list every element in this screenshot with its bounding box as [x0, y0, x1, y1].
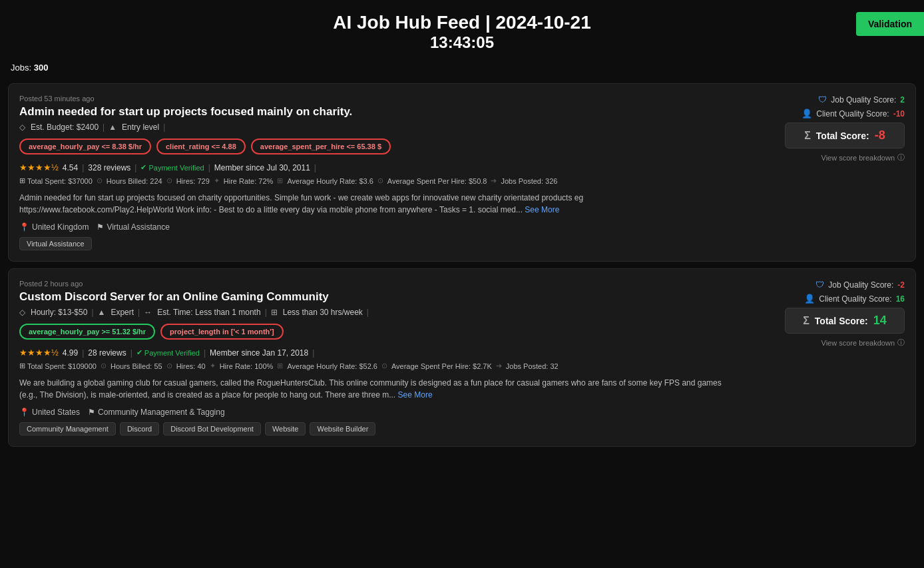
- header: AI Job Hub Feed | 2024-10-21 13:43:05 Va…: [0, 0, 924, 59]
- sigma-icon: Σ: [804, 130, 811, 142]
- level-icon: ▲: [98, 308, 106, 317]
- hire-rate: Hire Rate: 100%: [220, 362, 274, 370]
- jobs-count-label: Jobs:: [11, 63, 31, 73]
- sigma-icon: Σ: [803, 315, 809, 327]
- hourly-icon: ◇: [19, 308, 25, 317]
- avg-hourly-rate: Average Hourly Rate: $3.6: [287, 177, 373, 185]
- payment-verified: ✔ Payment Verified: [136, 348, 200, 357]
- job-quality-value: 2: [900, 95, 905, 105]
- jobs-count-row: Jobs: 300: [0, 59, 924, 77]
- avg-spent-per-hire: Average Spent Per Hire: $50.8: [387, 177, 487, 185]
- rating-value: 4.99: [63, 348, 78, 358]
- job-level: Expert: [111, 308, 134, 317]
- see-more-link[interactable]: See More: [525, 205, 559, 214]
- tag: Community Management: [19, 422, 116, 435]
- info-icon: ⓘ: [897, 152, 905, 162]
- hours-billed: Hours Billed: 55: [111, 362, 162, 370]
- info-icon: ⓘ: [897, 338, 905, 348]
- total-score-label: Total Score:: [815, 316, 868, 326]
- spent-icon: ⊞: [19, 176, 25, 185]
- stars-row: ★★★★½ 4.99 | 28 reviews | ✔ Payment Veri…: [19, 348, 734, 358]
- rating-value: 4.54: [63, 163, 78, 172]
- tag: Discord Bot Development: [163, 422, 261, 435]
- time-icon: ↔: [144, 308, 152, 317]
- page-subtitle: 13:43:05: [0, 33, 924, 52]
- reviews-count: 28 reviews: [88, 348, 126, 358]
- location-row: 📍 United Kingdom ⚑ Virtual Assistance: [19, 222, 734, 232]
- view-score-breakdown[interactable]: View score breakdown ⓘ: [821, 152, 905, 162]
- avg-hourly-rate: Average Hourly Rate: $52.6: [287, 362, 377, 370]
- total-score-value: 14: [873, 314, 887, 328]
- category-icon: ⚑: [97, 222, 104, 232]
- hire-rate: Hire Rate: 72%: [224, 177, 274, 185]
- see-more-link[interactable]: See More: [398, 390, 433, 400]
- badges-row: average_hourly_pay >= 51.32 $/hrproject_…: [19, 324, 734, 340]
- job-description: Admin needed for fun start up projects f…: [19, 192, 734, 216]
- jobs-posted: Jobs Posted: 326: [501, 177, 557, 185]
- budget-icon: ◇: [19, 123, 25, 132]
- job-quality-label: Job Quality Score:: [828, 280, 893, 290]
- payment-verified: ✔ Payment Verified: [140, 163, 204, 172]
- job-hourly: Hourly: $13-$50: [31, 308, 87, 317]
- location: 📍 United Kingdom: [19, 222, 89, 232]
- client-quality-score-row: 👤 Client Quality Score: 16: [804, 294, 905, 304]
- shield-icon: 🛡: [815, 280, 824, 290]
- job-cards-container: Posted 53 minutes ago Admin needed for s…: [0, 83, 924, 447]
- location-pin-icon: 📍: [19, 408, 29, 417]
- hires: Hires: 729: [176, 177, 210, 185]
- job-quality-score-row: 🛡 Job Quality Score: -2: [815, 280, 905, 290]
- tag: Website Builder: [310, 422, 375, 435]
- filter-badge: client_rating <= 4.88: [156, 139, 246, 154]
- spent-icon: ⊞: [19, 362, 25, 370]
- job-title[interactable]: Custom Discord Server for an Online Gami…: [19, 290, 734, 304]
- star-rating-display: ★★★★½: [19, 348, 59, 358]
- job-budget: Est. Budget: $2400: [31, 123, 99, 132]
- filter-badge: project_length in ['< 1 month']: [160, 324, 284, 340]
- total-score-box: Σ Total Score: 14: [785, 308, 905, 334]
- stars-row: ★★★★½ 4.54 | 328 reviews | ✔ Payment Ver…: [19, 162, 734, 172]
- badges-row: average_hourly_pay <= 8.38 $/hrclient_ra…: [19, 139, 734, 154]
- stats-row: ⊞ Total Spent: $109000 ⊙ Hours Billed: 5…: [19, 362, 734, 370]
- hours-icon: ⊞: [271, 308, 278, 317]
- total-score-box: Σ Total Score: -8: [785, 123, 905, 148]
- job-hours-week: Less than 30 hrs/week: [283, 308, 363, 317]
- validation-button[interactable]: Validation: [856, 12, 924, 36]
- checkmark-icon: ✔: [136, 348, 142, 357]
- tag: Virtual Assistance: [19, 237, 92, 250]
- job-quality-score-row: 🛡 Job Quality Score: 2: [818, 95, 905, 105]
- level-icon: ▲: [109, 123, 116, 132]
- category: ⚑ Virtual Assistance: [97, 222, 170, 232]
- reviews-count: 328 reviews: [88, 163, 130, 172]
- breakdown-text: View score breakdown: [821, 154, 895, 162]
- filter-badge: average_hourly_pay >= 51.32 $/hr: [19, 324, 155, 340]
- tags-row: Community ManagementDiscordDiscord Bot D…: [19, 422, 734, 435]
- job-main: Posted 2 hours ago Custom Discord Server…: [19, 280, 734, 435]
- job-meta: ◇ Est. Budget: $2400 | ▲ Entry level |: [19, 123, 734, 132]
- category-icon: ⚑: [88, 408, 95, 417]
- client-quality-label: Client Quality Score:: [819, 294, 891, 304]
- jobs-count-value: 300: [34, 63, 49, 73]
- hires: Hires: 40: [176, 362, 206, 370]
- total-spent: ⊞ Total Spent: $37000: [19, 176, 93, 185]
- job-card: Posted 53 minutes ago Admin needed for s…: [8, 83, 916, 262]
- breakdown-text: View score breakdown: [821, 339, 895, 347]
- job-quality-value: -2: [897, 280, 905, 290]
- job-title[interactable]: Admin needed for start up projects focus…: [19, 105, 734, 119]
- avg-spent-per-hire: Average Spent Per Hire: $2.7K: [391, 362, 492, 370]
- client-quality-value: 16: [896, 294, 905, 304]
- person-icon: 👤: [804, 294, 815, 304]
- location: 📍 United States: [19, 408, 80, 417]
- posted-time: Posted 2 hours ago: [19, 280, 734, 288]
- total-spent: ⊞ Total Spent: $109000: [19, 362, 97, 370]
- shield-icon: 🛡: [818, 95, 827, 105]
- job-est-time: Est. Time: Less than 1 month: [157, 308, 260, 317]
- member-since: Member since Jul 30, 2011: [214, 163, 310, 172]
- person-icon: 👤: [802, 109, 812, 119]
- posted-time: Posted 53 minutes ago: [19, 95, 734, 103]
- view-score-breakdown[interactable]: View score breakdown ⓘ: [821, 338, 905, 348]
- filter-badge: average_spent_per_hire <= 65.38 $: [251, 139, 391, 154]
- stats-row: ⊞ Total Spent: $37000 ⊙ Hours Billed: 22…: [19, 176, 734, 185]
- job-score-panel: 🛡 Job Quality Score: 2 👤 Client Quality …: [745, 95, 905, 250]
- job-description: We are building a global gaming club for…: [19, 377, 734, 401]
- tag: Website: [265, 422, 306, 435]
